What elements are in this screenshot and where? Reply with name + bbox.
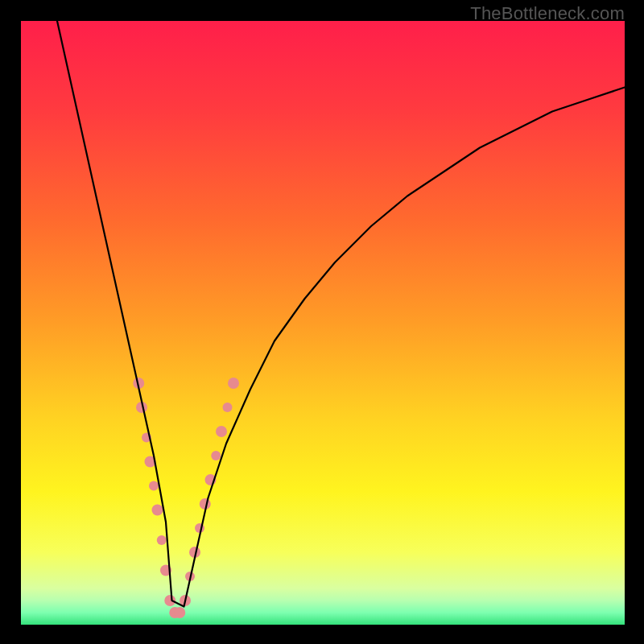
highlight-marker bbox=[174, 607, 185, 618]
highlight-marker bbox=[164, 595, 175, 606]
highlight-marker bbox=[152, 505, 163, 516]
plot-area bbox=[21, 21, 625, 625]
chart-svg bbox=[21, 21, 625, 625]
highlight-marker bbox=[157, 535, 167, 545]
highlight-marker bbox=[216, 426, 227, 437]
chart-frame: TheBottleneck.com bbox=[0, 0, 644, 644]
highlight-marker bbox=[228, 378, 239, 389]
highlight-marker bbox=[223, 402, 233, 412]
bottleneck-curve bbox=[57, 21, 625, 607]
highlight-marker bbox=[211, 451, 221, 460]
watermark-text: TheBottleneck.com bbox=[470, 3, 625, 24]
highlight-marker bbox=[149, 481, 159, 491]
